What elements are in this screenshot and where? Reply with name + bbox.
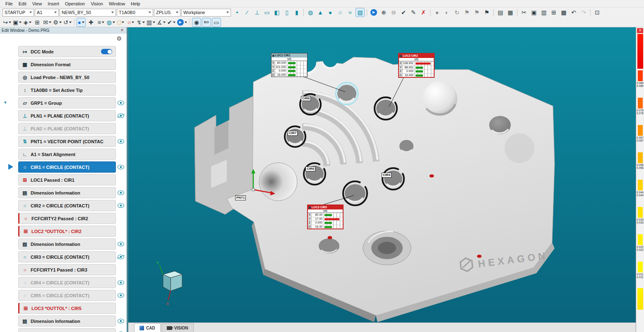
edit-window-titlebar[interactable]: Edit Window - Demo.PRG ✕ <box>0 27 127 34</box>
dropdown-caret-icon[interactable] <box>163 22 166 23</box>
dropdown-caret-icon[interactable] <box>132 22 134 23</box>
toolbar-icon[interactable] <box>429 8 432 17</box>
toolbar-icon[interactable]: ◍ <box>306 8 315 17</box>
view-tab[interactable]: CAD <box>134 323 161 332</box>
tree-item-button[interactable]: ○ CIR5 = CIRCLE (CONTACT) <box>18 290 116 301</box>
toolbar-icon[interactable]: □ <box>116 18 125 27</box>
toolbar-icon[interactable]: ○ <box>126 18 135 27</box>
toolbar-icon[interactable]: ▶ <box>177 18 187 27</box>
menu-item[interactable]: Vision <box>88 1 106 6</box>
dropdown-caret-icon[interactable] <box>102 22 104 23</box>
dropdown-caret-icon[interactable] <box>59 22 62 23</box>
toolbar-icon[interactable]: ✂ <box>519 8 529 17</box>
toolbar-icon[interactable]: ⊥ <box>252 8 262 17</box>
tree-expander-icon[interactable]: ▾ <box>4 100 7 105</box>
visibility-eye-icon[interactable] <box>118 280 124 285</box>
visibility-eye-icon[interactable] <box>118 242 124 246</box>
toolbar-icon[interactable] <box>516 8 519 17</box>
toolbar-icon[interactable]: ↶ <box>569 8 578 17</box>
menu-item[interactable]: Help <box>128 1 143 6</box>
toolbar-icon[interactable]: ○ <box>336 8 345 17</box>
toolbar-icon[interactable]: ● <box>433 8 442 17</box>
callout-header[interactable]: LOC1 CIR1 <box>272 53 307 58</box>
feature-tag[interactable]: CIR6 <box>305 166 315 171</box>
toolbar-icon[interactable]: ⚑ <box>482 8 491 17</box>
dropdown-caret-icon[interactable] <box>9 22 11 23</box>
tree-item-button[interactable]: ○ CIR2 = CIRCLE (CONTACT) <box>18 200 116 211</box>
toolbar-icon[interactable]: ≡ <box>96 18 106 27</box>
tree-item-button[interactable]: ▱ GRP1 = Group <box>18 97 116 108</box>
toolbar-icon[interactable]: ▭ <box>262 8 272 17</box>
toolbar-icon[interactable] <box>365 8 368 17</box>
visibility-eye-icon[interactable] <box>118 139 124 144</box>
dropdown-caret-icon[interactable] <box>122 22 124 23</box>
tree-item-button[interactable]: ⊞ LOC3 *OUTTOL* : CIR5 <box>18 303 116 314</box>
tree-item-button[interactable]: ◎ Load Probe - NEW5_BY_50 <box>18 72 116 83</box>
feature-tag[interactable]: CIR4 <box>382 173 392 178</box>
tree-item-button[interactable]: ○ CIR3 = CIRCLE (CONTACT) <box>18 251 116 262</box>
callout-header[interactable]: LOC3 CIR5 <box>308 205 343 209</box>
visibility-eye-icon[interactable] <box>118 101 124 105</box>
toolbar-icon[interactable]: • <box>233 8 242 17</box>
toolbar-icon[interactable]: ◧ <box>272 8 281 17</box>
view-tab[interactable]: VISION <box>161 323 194 332</box>
toolbar-icon[interactable]: ▣ <box>12 18 22 27</box>
toolbar-icon[interactable]: ⚙ <box>53 18 62 27</box>
dimension-callout-loc2[interactable]: LOC2 CIR2 M5 X 108.991 Y 88.991 Z 0.000 … <box>398 53 435 78</box>
toolbar-icon[interactable]: ✔ <box>399 8 408 17</box>
tree-item-button[interactable]: ↕ T1A0B0 = Set Active Tip <box>18 84 116 96</box>
combo-mode[interactable]: STARTUP <box>2 9 34 17</box>
tree-item-button[interactable]: ⇅ PNT1 = VECTOR POINT (CONTAC <box>18 136 116 147</box>
menu-item[interactable]: Operation <box>62 1 88 6</box>
dimension-callout-loc1[interactable]: LOC1 CIR1 M5 X 80.000 Y 101.000 Z 0.000 … <box>271 53 308 77</box>
toolbar-icon[interactable]: ▦ <box>506 8 515 17</box>
close-icon[interactable]: ✕ <box>119 28 125 32</box>
callout-header[interactable]: LOC2 CIR2 <box>399 54 434 58</box>
tree-item-button[interactable]: ○ FCFCIRTY1 Passed : CIR3 <box>18 264 116 275</box>
visibility-eye-icon[interactable] <box>118 190 124 195</box>
menu-item[interactable]: View <box>29 1 45 6</box>
toolbar-icon[interactable]: ⚑ <box>472 8 481 17</box>
toolbar-icon[interactable]: ∡ <box>156 18 166 27</box>
tree-item-button[interactable]: ▦ Dimension Format <box>18 59 116 70</box>
toolbar-icon[interactable]: ▶ <box>369 8 378 17</box>
menu-item[interactable]: Edit <box>16 1 29 6</box>
toolbar-icon[interactable]: ⚑ <box>462 8 471 17</box>
toolbar-icon[interactable]: ◍ <box>106 18 115 27</box>
dropdown-caret-icon[interactable] <box>185 22 187 23</box>
toolbar-icon[interactable]: ◉ <box>192 18 201 27</box>
combo-alignment[interactable]: A1 <box>35 9 59 17</box>
visibility-eye-icon[interactable] <box>118 165 124 169</box>
tree-item-button[interactable]: ∟ A1 = Start Alignment <box>18 149 116 160</box>
toolbar-icon[interactable]: EO <box>202 18 211 27</box>
toolbar-icon[interactable]: ▣ <box>529 8 538 17</box>
toolbar-icon[interactable] <box>492 8 495 17</box>
toolbar-icon[interactable]: ⊡ <box>593 8 602 17</box>
toolbar-icon[interactable]: ⊞ <box>33 18 42 27</box>
chevron-down-icon[interactable] <box>111 12 114 13</box>
combo-tip[interactable]: T1A0B0 <box>117 9 153 17</box>
dcc-mode-toggle[interactable] <box>101 49 112 54</box>
cad-viewport[interactable]: Y X HEXAGON CIR8 CIR7 CIR6 CIR4 <box>128 27 636 322</box>
tree-item-button[interactable]: ○ CIR1 = CIRCLE (CONTACT) <box>18 161 116 173</box>
visibility-eye-icon[interactable] <box>118 293 124 298</box>
toolbar-icon[interactable]: ◐ <box>442 8 452 17</box>
visibility-eye-icon[interactable] <box>118 319 124 323</box>
toolbar-icon[interactable]: ▩ <box>559 8 568 17</box>
toolbar-icon[interactable]: ▧ <box>356 8 365 17</box>
feature-tag[interactable]: CIR8 <box>301 96 311 101</box>
toolbar-icon[interactable]: ◈ <box>23 18 32 27</box>
chevron-down-icon[interactable] <box>54 12 57 13</box>
tree-item-button[interactable]: ▤ Dimension Information <box>18 187 116 198</box>
toolbar-icon[interactable]: ▮ <box>292 8 301 17</box>
toolbar-icon[interactable]: ≈ <box>346 8 355 17</box>
toolbar-icon[interactable]: ▥ <box>146 18 156 27</box>
tree-item-button[interactable]: ○ CIR6 = CIRCLE (CONTACT) <box>18 328 116 332</box>
tree-item-button[interactable]: ⊞ LOC2 *OUTTOL* : CIR2 <box>18 226 116 237</box>
dropdown-caret-icon[interactable] <box>142 22 145 23</box>
toolbar-icon[interactable]: ▯ <box>282 8 291 17</box>
chevron-down-icon[interactable] <box>176 12 178 13</box>
toolbar-icon[interactable]: ↪ <box>2 18 12 27</box>
dropdown-caret-icon[interactable] <box>49 22 51 23</box>
chevron-down-icon[interactable] <box>149 12 151 13</box>
